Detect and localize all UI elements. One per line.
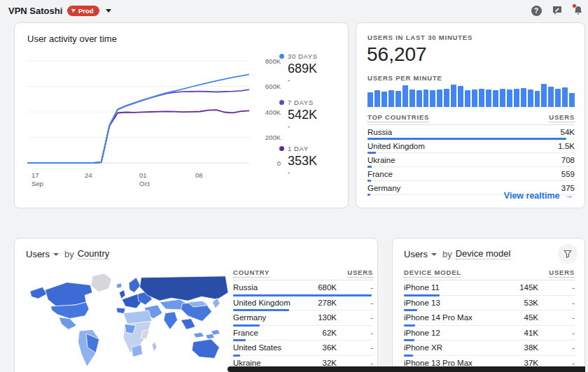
minute-bar bbox=[521, 88, 526, 107]
row-bar bbox=[368, 194, 370, 196]
minute-bar bbox=[388, 90, 394, 107]
table-row: Germany130K- bbox=[233, 310, 373, 326]
property-title: VPN Satoshi bbox=[8, 6, 62, 16]
top-app-bar: VPN Satoshi ➤ Prod ? bbox=[0, 0, 588, 21]
column-header-top-countries: TOP COUNTRIES bbox=[368, 113, 429, 122]
minute-bar bbox=[465, 90, 470, 107]
user-activity-line-chart bbox=[27, 58, 249, 169]
map-australia bbox=[192, 339, 219, 358]
minute-bar bbox=[416, 90, 422, 107]
legend-item-30-days: 30 DAYS 689K - bbox=[279, 52, 344, 84]
y-axis: 800K 600K 400K 200K 0 bbox=[251, 58, 281, 169]
minute-bar bbox=[541, 84, 547, 107]
property-selector[interactable]: VPN Satoshi ➤ Prod bbox=[8, 6, 111, 16]
minute-bar bbox=[500, 89, 505, 107]
y-tick: 200K bbox=[265, 134, 281, 141]
minute-bar bbox=[493, 90, 498, 107]
minute-bar bbox=[507, 90, 512, 107]
minute-bar bbox=[528, 90, 533, 107]
arrow-right-icon: → bbox=[565, 191, 574, 201]
minute-bar bbox=[562, 87, 568, 107]
help-icon: ? bbox=[531, 6, 542, 16]
legend-value: 353K bbox=[288, 154, 344, 169]
chevron-down-icon bbox=[53, 253, 59, 256]
notifications-button[interactable] bbox=[571, 3, 585, 17]
x-tick: 24 bbox=[85, 171, 92, 180]
minute-bar bbox=[402, 85, 408, 107]
legend-item-7-days: 7 DAYS 542K - bbox=[279, 99, 344, 130]
users-by-country-card: Users by Country bbox=[14, 238, 378, 372]
legend-dot bbox=[279, 146, 284, 151]
prod-badge-label: Prod bbox=[78, 7, 94, 15]
minute-bar bbox=[548, 87, 554, 107]
users-by-device-model-card: Users by Device model DEVICE MODEL USERS… bbox=[392, 238, 585, 372]
dimension-link-country[interactable]: Country bbox=[78, 248, 110, 259]
minute-bar bbox=[479, 89, 484, 107]
x-tick: 17Sep bbox=[31, 171, 43, 188]
x-tick: 01Oct bbox=[139, 171, 150, 188]
minute-bar bbox=[555, 89, 561, 107]
legend-delta: - bbox=[288, 122, 344, 130]
minute-bar bbox=[451, 85, 456, 107]
table-row: Russia680K- bbox=[233, 280, 373, 296]
user-activity-card: User activity over time 800K 600K 400K 2… bbox=[14, 22, 349, 208]
realtime-card: USERS IN LAST 30 MINUTES 56,207 USERS PE… bbox=[356, 22, 585, 208]
minute-bar bbox=[374, 90, 380, 107]
minute-bar bbox=[430, 90, 435, 107]
y-tick: 400K bbox=[265, 108, 281, 116]
table-row: United Kingdom278K- bbox=[233, 296, 373, 311]
table-row: iPhone 1353K- bbox=[404, 296, 575, 311]
users-per-minute-bar-chart bbox=[368, 83, 575, 107]
legend-dot bbox=[279, 100, 284, 105]
minute-bar bbox=[396, 91, 401, 107]
dimension-link-device-model[interactable]: Device model bbox=[456, 248, 511, 259]
help-button[interactable]: ? bbox=[529, 3, 543, 17]
chevron-down-icon bbox=[431, 253, 437, 256]
table-row: iPhone 11145K- bbox=[404, 280, 575, 296]
minute-bar bbox=[424, 90, 429, 107]
filter-button[interactable] bbox=[558, 244, 578, 264]
x-tick: 08 bbox=[195, 171, 203, 180]
table-row: United Kingdom1.5K bbox=[368, 139, 575, 153]
minute-bar bbox=[368, 92, 373, 107]
table-row: Ukraine708 bbox=[368, 153, 575, 167]
feedback-button[interactable] bbox=[550, 3, 564, 17]
table-row: United States36K- bbox=[233, 341, 373, 356]
column-header-device-model: DEVICE MODEL bbox=[404, 269, 461, 278]
column-header-users: USERS bbox=[549, 269, 575, 278]
minute-bar bbox=[569, 93, 575, 107]
column-header-users: USERS bbox=[347, 269, 373, 278]
table-row: Russia54K bbox=[368, 125, 575, 139]
legend-delta: - bbox=[288, 169, 344, 176]
send-icon: ➤ bbox=[71, 7, 77, 14]
legend-value: 542K bbox=[288, 108, 344, 122]
users-30min-value: 56,207 bbox=[367, 43, 427, 66]
legend-item-1-day: 1 DAY 353K - bbox=[279, 145, 344, 176]
minute-bar bbox=[472, 90, 477, 108]
view-realtime-link[interactable]: View realtime → bbox=[504, 191, 573, 201]
country-table: COUNTRY USERS Russia680K- United Kingdom… bbox=[233, 266, 373, 371]
chart-legend: 30 DAYS 689K - 7 DAYS 542K - 1 DAY 353K … bbox=[279, 52, 344, 176]
table-row: iPhone 14 Pro Max45K- bbox=[404, 310, 575, 326]
notification-dot bbox=[572, 3, 577, 8]
x-axis: 17Sep 24 01Oct 08 bbox=[27, 171, 249, 189]
minute-bar bbox=[437, 90, 442, 108]
card-title: User activity over time bbox=[15, 23, 348, 44]
chevron-down-icon bbox=[106, 9, 111, 13]
map-greenland bbox=[91, 273, 111, 292]
metric-dropdown[interactable]: Users bbox=[404, 249, 428, 259]
metric-dropdown[interactable]: Users bbox=[26, 249, 50, 259]
y-tick: 600K bbox=[265, 83, 281, 90]
minute-bar bbox=[444, 89, 449, 107]
column-header-users: USERS bbox=[549, 113, 575, 122]
minute-bar bbox=[486, 90, 491, 107]
device-model-table: DEVICE MODEL USERS iPhone 11145K- iPhone… bbox=[404, 266, 575, 371]
prod-badge: ➤ Prod bbox=[67, 6, 99, 16]
legend-delta: - bbox=[288, 76, 344, 84]
funnel-icon bbox=[563, 249, 573, 259]
legend-dot bbox=[279, 54, 284, 59]
feedback-icon bbox=[552, 5, 563, 16]
minute-bar bbox=[382, 92, 387, 107]
video-scrubber[interactable] bbox=[227, 366, 585, 372]
by-label: by bbox=[64, 249, 74, 259]
